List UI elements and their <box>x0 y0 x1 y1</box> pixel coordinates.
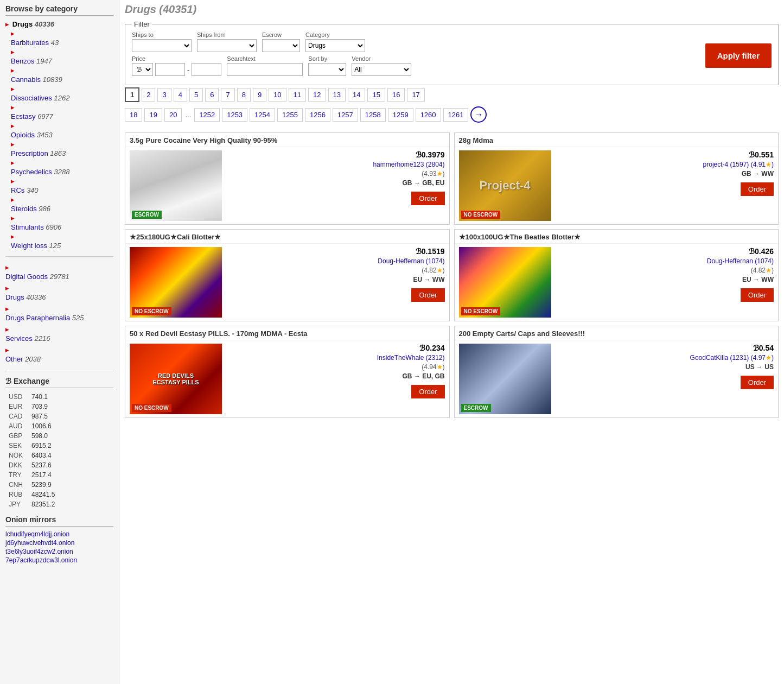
sidebar-item-weightloss[interactable]: Weight loss 125 <box>11 240 113 251</box>
ships-to-select[interactable] <box>132 39 192 52</box>
page-1261[interactable]: 1261 <box>443 108 469 122</box>
onion-link-2[interactable]: jd6yhuwcivehvdt4.onion <box>5 539 113 547</box>
sidebar-item-drugs-paraphernalia[interactable]: ▸Drugs Paraphernalia 525 <box>5 303 113 324</box>
product-vendor-5[interactable]: InsideTheWhale (2312) <box>377 354 445 362</box>
sidebar-item-drugs-active[interactable]: ▸ Drugs 40336 <box>5 19 113 29</box>
sidebar-item-rcs[interactable]: RCs 340 <box>11 185 113 195</box>
product-body-3: NO ESCROW ℬ0.1519 Doug-Heffernan (1074) … <box>125 244 449 321</box>
sidebar-item-prescription[interactable]: Prescription 1863 <box>11 148 113 159</box>
star-icon: ★ <box>766 267 772 274</box>
opioids-item[interactable]: ▸Opioids 3453 <box>5 122 113 140</box>
sidebar-item-stimulants[interactable]: Stimulants 6906 <box>11 222 113 232</box>
weightloss-item[interactable]: ▸Weight loss 125 <box>5 232 113 251</box>
product-vendor-6[interactable]: GoodCatKilla (1231) (4.97★) <box>690 354 774 362</box>
page-12[interactable]: 12 <box>308 88 326 102</box>
stimulants-item[interactable]: ▸Stimulants 6906 <box>5 214 113 232</box>
page-1260[interactable]: 1260 <box>416 108 441 122</box>
product-vendor-1[interactable]: hammerhome123 (2804) <box>373 161 444 168</box>
sidebar-item-services[interactable]: ▸Services 2216 <box>5 324 113 345</box>
product-vendor-3[interactable]: Doug-Heffernan (1074) <box>378 257 444 265</box>
page-1257[interactable]: 1257 <box>333 108 358 122</box>
order-button-4[interactable]: Order <box>741 288 774 302</box>
category-select[interactable]: Drugs <box>305 39 365 52</box>
page-19[interactable]: 19 <box>144 108 162 122</box>
page-17[interactable]: 17 <box>407 88 424 102</box>
price-min-input[interactable] <box>155 63 185 76</box>
sidebar-item-ecstasy[interactable]: Ecstasy 6977 <box>11 111 113 122</box>
sidebar-item-barbiturates[interactable]: Barbiturates 43 <box>11 37 113 48</box>
page-1[interactable]: 1 <box>125 87 139 102</box>
page-7[interactable]: 7 <box>221 88 234 102</box>
page-10[interactable]: 10 <box>269 88 286 102</box>
sidebar-item-drugs-main[interactable]: ▸Drugs 40336 <box>5 283 113 303</box>
page-14[interactable]: 14 <box>348 88 365 102</box>
vendor-select[interactable]: All <box>352 63 411 76</box>
sidebar-item-dissociatives[interactable]: Dissociatives 1262 <box>11 93 113 103</box>
page-1254[interactable]: 1254 <box>250 108 275 122</box>
page-20[interactable]: 20 <box>164 108 182 122</box>
page-16[interactable]: 16 <box>387 88 405 102</box>
page-15[interactable]: 15 <box>367 88 385 102</box>
ships-from-select[interactable] <box>197 39 257 52</box>
ships-to-label: Ships to <box>132 31 192 38</box>
bullet: ▸ <box>11 159 15 167</box>
steroids-item[interactable]: ▸Steroids 986 <box>5 195 113 214</box>
page-11[interactable]: 11 <box>289 88 306 102</box>
star-icon: ★ <box>766 354 772 362</box>
sidebar-item-digital-goods[interactable]: ▸Digital Goods 29781 <box>5 262 113 283</box>
page-3[interactable]: 3 <box>157 88 171 102</box>
order-button-3[interactable]: Order <box>411 288 444 302</box>
ecstasy-item[interactable]: ▸Ecstasy 6977 <box>5 103 113 122</box>
psychedelics-item[interactable]: ▸Psychedelics 3288 <box>5 159 113 177</box>
page-1255[interactable]: 1255 <box>277 108 303 122</box>
page-6[interactable]: 6 <box>205 88 219 102</box>
sidebar-item-other[interactable]: ▸Other 2038 <box>5 345 113 365</box>
onion-link-4[interactable]: 7ep7acrkupzdcw3l.onion <box>5 556 113 565</box>
drugs-label[interactable]: Drugs 40336 <box>12 20 54 28</box>
searchtext-input[interactable] <box>227 63 303 76</box>
page-1259[interactable]: 1259 <box>388 108 413 122</box>
page-1258[interactable]: 1258 <box>360 108 386 122</box>
page-dots: ... <box>184 109 192 121</box>
apply-filter-button[interactable]: Apply filter <box>705 43 772 68</box>
sidebar-item-cannabis[interactable]: Cannabis 10839 <box>11 74 113 85</box>
exchange-row-usd: USD740.1 <box>7 392 112 401</box>
barbiturates-item[interactable]: ▸Barbiturates 43 <box>5 29 113 48</box>
benzos-item[interactable]: ▸Benzos 1947 <box>5 48 113 66</box>
order-button-5[interactable]: Order <box>411 385 444 398</box>
sidebar-item-steroids[interactable]: Steroids 986 <box>11 204 113 214</box>
sidebar-item-opioids[interactable]: Opioids 3453 <box>11 130 113 140</box>
order-button-1[interactable]: Order <box>411 192 444 205</box>
escrow-select[interactable] <box>262 39 300 52</box>
searchtext-label: Searchtext <box>227 55 303 62</box>
next-page-arrow[interactable]: → <box>470 106 487 123</box>
sidebar-item-benzos[interactable]: Benzos 1947 <box>11 56 113 66</box>
sort-by-select[interactable] <box>308 63 346 76</box>
cannabis-item[interactable]: ▸Cannabis 10839 <box>5 66 113 85</box>
order-button-2[interactable]: Order <box>741 182 774 196</box>
product-price-4: ℬ0.426 <box>749 247 774 256</box>
sidebar-item-psychedelics[interactable]: Psychedelics 3288 <box>11 167 113 177</box>
page-13[interactable]: 13 <box>328 88 346 102</box>
product-vendor-2[interactable]: project-4 (1597) (4.91★) <box>703 161 774 168</box>
price-max-input[interactable] <box>192 63 221 76</box>
onion-link-1[interactable]: lchudifyeqm4ldjj.onion <box>5 530 113 539</box>
page-2[interactable]: 2 <box>142 88 155 102</box>
prescription-item[interactable]: ▸Prescription 1863 <box>5 140 113 159</box>
page-18[interactable]: 18 <box>125 108 142 122</box>
page-4[interactable]: 4 <box>174 88 187 102</box>
page-1252[interactable]: 1252 <box>194 108 220 122</box>
onion-link-3[interactable]: t3e6ly3uoif4zcw2.onion <box>5 547 113 556</box>
price-symbol-select[interactable]: ℬ <box>132 63 153 76</box>
page-1256[interactable]: 1256 <box>305 108 330 122</box>
dissociatives-item[interactable]: ▸Dissociatives 1262 <box>5 85 113 103</box>
page-8[interactable]: 8 <box>237 88 251 102</box>
product-title-3: ★25x180UG★Cali Blotter★ <box>125 230 449 244</box>
bullet: ▸ <box>11 122 15 130</box>
page-5[interactable]: 5 <box>189 88 203 102</box>
product-vendor-4[interactable]: Doug-Heffernan (1074) <box>707 257 774 265</box>
rcs-item[interactable]: ▸RCs 340 <box>5 177 113 195</box>
order-button-6[interactable]: Order <box>741 376 774 389</box>
page-9[interactable]: 9 <box>253 88 266 102</box>
page-1253[interactable]: 1253 <box>222 108 247 122</box>
